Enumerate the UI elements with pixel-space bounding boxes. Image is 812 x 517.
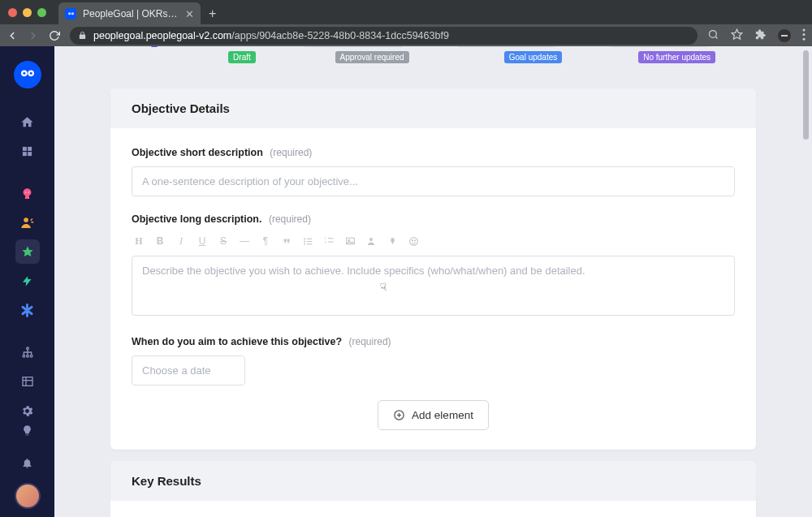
browser-menu-icon[interactable] (802, 28, 806, 43)
bold-button[interactable]: B (153, 234, 167, 248)
svg-rect-17 (23, 152, 27, 156)
url-domain: peoplegoal.peoplegoal-v2.com (93, 30, 231, 41)
new-tab-button[interactable]: + (209, 2, 216, 25)
sidebar-item-bolt[interactable] (15, 269, 40, 293)
sidebar-org[interactable] (15, 340, 40, 364)
ordered-list-button[interactable]: 12 (322, 234, 336, 248)
svg-point-21 (24, 218, 28, 222)
close-window-button[interactable] (8, 8, 17, 17)
attachment-button[interactable] (385, 234, 400, 248)
address-bar[interactable]: peoplegoal.peoplegoal-v2.com/apps/904acb… (70, 27, 698, 45)
svg-text:2: 2 (324, 239, 326, 243)
svg-rect-34 (306, 240, 312, 241)
divider-button[interactable]: — (237, 234, 252, 248)
profile-avatar-icon[interactable] (778, 29, 791, 42)
svg-point-43 (409, 237, 417, 245)
svg-point-45 (414, 239, 415, 240)
sidebar-apps[interactable] (15, 139, 40, 163)
maximize-window-button[interactable] (37, 8, 46, 17)
svg-rect-7 (781, 35, 788, 37)
quote-button[interactable] (279, 234, 294, 248)
browser-right-icons (707, 28, 806, 43)
forward-button[interactable] (28, 30, 39, 41)
svg-point-31 (304, 240, 305, 242)
svg-marker-6 (732, 29, 742, 39)
sidebar-item-star[interactable] (15, 239, 40, 264)
svg-point-9 (803, 33, 806, 36)
extensions-icon[interactable] (754, 28, 767, 43)
user-avatar[interactable] (15, 483, 41, 509)
toolbar-row: peoplegoal.peoplegoal-v2.com/apps/904acb… (0, 24, 812, 46)
svg-point-42 (369, 238, 373, 241)
app-logo[interactable] (14, 61, 41, 88)
browser-tab[interactable]: PeopleGoal | OKRs (Objectives ✕ (58, 2, 201, 25)
status-tag-approval: Approval required (335, 51, 409, 63)
strikethrough-button[interactable]: S (216, 234, 231, 248)
svg-rect-33 (306, 238, 312, 239)
image-button[interactable] (343, 234, 357, 248)
field-label: When do you aim to achieve this objectiv… (132, 336, 342, 347)
sidebar-item-asterisk[interactable] (15, 298, 40, 322)
reload-button[interactable] (49, 30, 60, 41)
svg-point-2 (69, 13, 70, 14)
field-long-description: Objective long description. (required) H… (132, 211, 735, 319)
title-bar: PeopleGoal | OKRs (Objectives ✕ + (0, 0, 812, 24)
required-tag: (required) (269, 213, 311, 225)
panel-objective-details: Objective Details Objective short descri… (110, 88, 756, 450)
panel-key-results: Key Results Key result 1 (required) Text… (110, 461, 756, 517)
mention-button[interactable] (364, 234, 378, 248)
scrollbar-thumb[interactable] (803, 50, 809, 140)
sidebar-table[interactable] (15, 369, 40, 394)
svg-rect-27 (23, 377, 32, 386)
lock-icon (78, 31, 87, 40)
tab-title: PeopleGoal | OKRs (Objectives (83, 8, 179, 19)
svg-rect-35 (306, 243, 312, 244)
sidebar-item-pink[interactable] (15, 181, 40, 205)
plus-circle-icon (393, 409, 405, 421)
svg-point-32 (304, 243, 305, 244)
status-step-draft[interactable]: Draft (151, 51, 256, 64)
svg-point-30 (304, 238, 305, 239)
add-element-button[interactable]: Add element (378, 400, 489, 430)
rich-text-toolbar: H B I U S — ¶ 12 (132, 234, 735, 248)
add-element-label: Add element (412, 409, 473, 421)
italic-button[interactable]: I (174, 234, 188, 248)
back-button[interactable] (6, 30, 18, 41)
required-tag: (required) (270, 147, 312, 158)
svg-point-23 (26, 347, 28, 350)
svg-point-10 (803, 37, 806, 40)
status-tag-updates: Goal updates (504, 51, 563, 63)
heading-button[interactable]: H (132, 234, 146, 248)
minimize-window-button[interactable] (23, 8, 32, 17)
field-short-description: Objective short description (required) (132, 144, 735, 196)
status-step-updates[interactable]: Goal updates (458, 51, 563, 64)
svg-point-20 (28, 192, 29, 192)
bullet-list-button[interactable] (300, 234, 315, 248)
bookmark-star-icon[interactable] (731, 28, 743, 43)
svg-rect-15 (23, 146, 27, 150)
sidebar-home[interactable] (15, 110, 40, 134)
scrollbar-track[interactable] (804, 46, 810, 517)
svg-rect-38 (327, 238, 333, 239)
paragraph-button[interactable]: ¶ (258, 234, 273, 248)
tab-close-button[interactable]: ✕ (185, 8, 194, 20)
emoji-button[interactable] (406, 234, 421, 248)
svg-point-25 (26, 355, 28, 357)
sidebar-notifications[interactable] (15, 450, 40, 475)
sidebar-hint[interactable] (15, 418, 40, 442)
sidebar-item-orange[interactable] (15, 210, 40, 235)
underline-button[interactable]: U (195, 234, 209, 248)
zoom-icon[interactable] (707, 28, 719, 43)
target-date-input[interactable] (132, 355, 245, 386)
svg-point-26 (30, 355, 32, 357)
workflow-status-strip: Draft Approval required Goal updates No … (110, 46, 756, 69)
svg-rect-16 (28, 146, 32, 150)
long-description-textarea[interactable] (132, 256, 735, 316)
status-tag-draft: Draft (228, 51, 256, 63)
svg-point-8 (803, 28, 806, 31)
status-step-nofurther[interactable]: No further updates (611, 51, 715, 64)
favicon-icon (65, 8, 76, 19)
sidebar (0, 46, 54, 517)
short-description-input[interactable] (132, 166, 735, 196)
status-step-approval[interactable]: Approval required (304, 51, 409, 64)
